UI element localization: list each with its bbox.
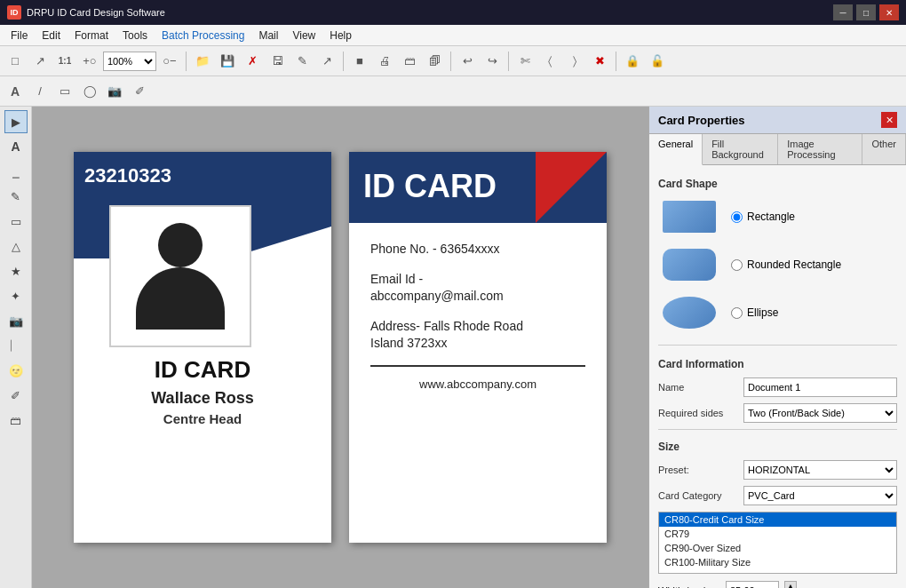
list-item-cr79[interactable]: CR79 — [659, 527, 896, 541]
list-item-cr80[interactable]: CR80-Credit Card Size — [659, 513, 896, 527]
avatar-placeholder — [136, 223, 225, 330]
panel-header: Card Properties ✕ — [649, 107, 906, 134]
ellipse-radio[interactable] — [731, 307, 743, 319]
category-select[interactable]: PVC_Card Paper_Card — [743, 486, 897, 505]
rect-tool[interactable]: ▭ — [4, 210, 28, 233]
lock-button[interactable]: 🔒 — [621, 50, 644, 73]
select-tool[interactable]: ▶ — [4, 110, 28, 133]
text-tool[interactable]: A — [4, 135, 28, 158]
toolbar-1: □ ↗ 1:1 +○ 100% 50% 75% 150% 200% ○− 📁 💾… — [0, 46, 906, 76]
list-item-cr100[interactable]: CR100-Military Size — [659, 555, 896, 569]
line-tool-h[interactable]: / — [28, 80, 52, 103]
shape-ellipse: Ellipse — [658, 293, 897, 332]
tab-general[interactable]: General — [649, 134, 703, 165]
rectangle-label[interactable]: Rectangle — [731, 211, 795, 223]
menu-edit[interactable]: Edit — [35, 28, 68, 44]
phone-field: Phone No. - 63654xxxx — [370, 241, 585, 258]
tab-other[interactable]: Other — [862, 134, 906, 164]
name-input[interactable] — [743, 377, 897, 397]
zoom-out[interactable]: ○− — [158, 50, 181, 73]
tab-fill-background[interactable]: Fill Background — [703, 134, 778, 164]
edit-button[interactable]: ✎ — [290, 50, 314, 73]
rectangle-text: Rectangle — [747, 211, 795, 223]
save-button[interactable]: 💾 — [216, 50, 239, 73]
ellipse-tool-h[interactable]: ◯ — [78, 80, 101, 103]
required-sides-select[interactable]: Two (Front/Back Side) One Side — [743, 403, 897, 423]
cut-button[interactable]: ✄ — [513, 50, 536, 73]
ellipse-preview — [663, 297, 716, 329]
db2-button[interactable]: 🗐 — [423, 50, 446, 73]
redo-button[interactable]: ↪ — [481, 50, 504, 73]
preset-select[interactable]: HORIZONTAL VERTICAL — [743, 460, 897, 480]
properties-panel: Card Properties ✕ General Fill Backgroun… — [648, 107, 906, 588]
print-button[interactable]: 🖨 — [373, 50, 396, 73]
list-item-cr50[interactable]: CR50 — [659, 569, 896, 574]
menu-format[interactable]: Format — [68, 28, 115, 44]
triangle-tool[interactable]: △ — [4, 234, 28, 258]
ellipse-label[interactable]: Ellipse — [731, 306, 778, 319]
delete2-button[interactable]: ✖ — [588, 50, 611, 73]
menu-view[interactable]: View — [285, 28, 322, 44]
line-tool[interactable]: ⎯ — [4, 160, 28, 183]
canvas-area[interactable]: 23210323 ID CARD Wallace Ross Centre Hea… — [32, 107, 648, 588]
db-tool[interactable]: 🗃 — [4, 409, 28, 432]
rectangle-radio[interactable] — [731, 211, 743, 223]
left-toolbar: ▶ A ⎯ ✎ ▭ △ ★ ✦ 📷 ⎸ 🌝 ✐ 🗃 — [0, 107, 32, 588]
rounded-rect-label[interactable]: Rounded Rectangle — [731, 258, 841, 271]
zoom-select[interactable]: 100% 50% 75% 150% 200% — [103, 52, 156, 71]
special-tool[interactable]: ✦ — [4, 284, 28, 307]
size-section: Size Preset: HORIZONTAL VERTICAL Card Ca… — [658, 429, 897, 588]
list-item-cr90[interactable]: CR90-Over Sized — [659, 541, 896, 555]
app-title: DRPU ID Card Design Software — [27, 7, 165, 18]
required-sides-label: Required sides — [658, 408, 738, 418]
barcode-tool-h[interactable]: ✐ — [128, 80, 151, 103]
width-spinners: ▲ ▼ — [784, 581, 797, 588]
star-tool[interactable]: ★ — [4, 259, 28, 282]
barcode-tool[interactable]: ✐ — [4, 384, 28, 407]
copy-btn[interactable]: ■ — [348, 50, 371, 73]
name-row: Name — [658, 377, 897, 397]
open-button[interactable]: 📁 — [191, 50, 214, 73]
zoom-in[interactable]: +○ — [78, 50, 101, 73]
new-button[interactable]: □ — [4, 50, 27, 73]
width-input[interactable] — [726, 581, 779, 588]
paste-button[interactable]: 〈 — [538, 50, 561, 73]
db-button[interactable]: 🗃 — [398, 50, 421, 73]
card-front-title: ID CARD — [83, 356, 322, 384]
eraser-tool[interactable]: ⎸ — [4, 334, 28, 357]
delete-button[interactable]: ✗ — [241, 50, 264, 73]
unlock-button[interactable]: 🔓 — [646, 50, 669, 73]
card-info-title: Card Information — [658, 358, 897, 370]
card-back-header: ID CARD — [349, 152, 607, 223]
shape-rectangle: Rectangle — [658, 197, 897, 236]
export-button[interactable]: ↗ — [315, 50, 338, 73]
menu-help[interactable]: Help — [322, 28, 359, 44]
text-tool-h[interactable]: A — [4, 80, 27, 103]
ellipse-text: Ellipse — [747, 306, 778, 319]
minimize-button[interactable]: ─ — [833, 4, 853, 20]
fit-btn[interactable]: ↗ — [28, 50, 52, 73]
menu-mail[interactable]: Mail — [251, 28, 285, 44]
pencil-tool[interactable]: ✎ — [4, 185, 28, 208]
panel-close-button[interactable]: ✕ — [881, 112, 897, 128]
undo-button[interactable]: ↩ — [456, 50, 479, 73]
menu-batch[interactable]: Batch Processing — [155, 28, 251, 44]
tab-image-processing[interactable]: Image Processing — [778, 134, 862, 164]
image-tool[interactable]: 📷 — [4, 309, 28, 332]
rounded-rect-radio[interactable] — [731, 259, 743, 271]
menu-tools[interactable]: Tools — [115, 28, 155, 44]
image-tool-h[interactable]: 📷 — [103, 80, 126, 103]
save2-button[interactable]: 🖫 — [266, 50, 289, 73]
category-list[interactable]: CR80-Credit Card Size CR79 CR90-Over Siz… — [658, 512, 897, 574]
rect-tool-h[interactable]: ▭ — [53, 80, 76, 103]
title-bar: ID DRPU ID Card Design Software ─ □ ✕ — [0, 0, 906, 25]
close-button[interactable]: ✕ — [879, 4, 899, 20]
paint-tool[interactable]: 🌝 — [4, 359, 28, 382]
menu-file[interactable]: File — [4, 28, 35, 44]
paste2-button[interactable]: 〉 — [563, 50, 586, 73]
width-up[interactable]: ▲ — [784, 581, 797, 588]
zoom-1-1[interactable]: 1:1 — [53, 50, 76, 73]
maximize-button[interactable]: □ — [856, 4, 876, 20]
card-front-info: ID CARD Wallace Ross Centre Head — [74, 347, 331, 435]
rounded-rect-text: Rounded Rectangle — [747, 258, 841, 271]
